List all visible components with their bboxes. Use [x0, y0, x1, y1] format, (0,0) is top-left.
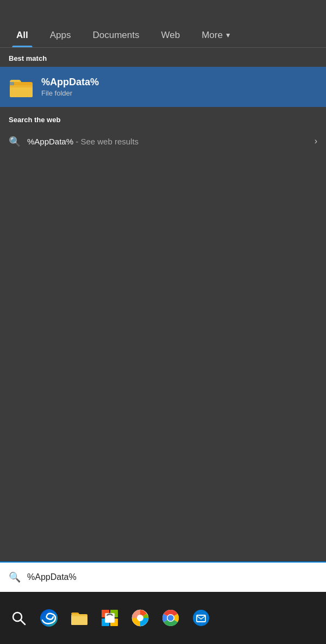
tab-web[interactable]: Web — [150, 23, 191, 47]
edge-icon — [39, 608, 59, 628]
tab-apps[interactable]: Apps — [39, 23, 82, 47]
taskbar-search-icon — [11, 610, 26, 626]
web-search-query: %AppData% - See web results — [27, 137, 307, 146]
svg-point-20 — [193, 610, 209, 626]
tab-all[interactable]: All — [5, 23, 39, 47]
best-match-label: Best match — [0, 48, 326, 67]
tab-bar: All Apps Documents Web More ▼ — [0, 0, 326, 48]
paint-icon — [131, 609, 149, 627]
taskbar-chrome-button[interactable] — [156, 604, 185, 632]
mail-icon — [192, 609, 210, 627]
file-explorer-icon — [70, 609, 89, 627]
taskbar-store-button[interactable] — [96, 604, 124, 632]
svg-rect-3 — [10, 82, 14, 85]
search-panel: All Apps Documents Web More ▼ Best match — [0, 0, 326, 644]
search-bar-value[interactable]: %AppData% — [27, 572, 77, 582]
best-match-text: %AppData% File folder — [41, 77, 99, 97]
best-match-title: %AppData% — [41, 77, 99, 88]
svg-point-16 — [137, 615, 143, 621]
tab-more[interactable]: More ▼ — [191, 23, 242, 47]
web-search-item[interactable]: 🔍 %AppData% - See web results › — [0, 128, 326, 154]
taskbar — [0, 592, 326, 644]
tab-documents[interactable]: Documents — [82, 23, 150, 47]
taskbar-mail-button[interactable] — [187, 604, 215, 632]
chrome-icon — [161, 609, 180, 627]
chevron-right-icon: › — [315, 136, 317, 146]
svg-rect-8 — [71, 616, 87, 625]
search-bar-icon: 🔍 — [9, 571, 21, 583]
store-icon — [101, 609, 119, 627]
content-area: Best match %AppData% File fol — [0, 48, 326, 644]
best-match-item[interactable]: %AppData% File folder — [0, 67, 326, 107]
svg-point-19 — [168, 615, 174, 621]
taskbar-search-button[interactable] — [4, 604, 33, 632]
svg-line-5 — [21, 620, 25, 624]
taskbar-paint-button[interactable] — [126, 604, 154, 632]
folder-icon — [9, 74, 34, 99]
web-search-section: Search the web 🔍 %AppData% - See web res… — [0, 107, 326, 154]
chevron-down-icon: ▼ — [225, 31, 231, 39]
svg-rect-14 — [105, 616, 114, 622]
best-match-subtitle: File folder — [41, 89, 99, 97]
svg-rect-2 — [10, 85, 33, 87]
taskbar-edge-button[interactable] — [35, 604, 63, 632]
search-bar-area: 🔍 %AppData% — [0, 561, 326, 592]
search-icon: 🔍 — [9, 136, 20, 147]
web-search-label: Search the web — [0, 109, 326, 128]
taskbar-file-explorer-button[interactable] — [65, 604, 93, 632]
